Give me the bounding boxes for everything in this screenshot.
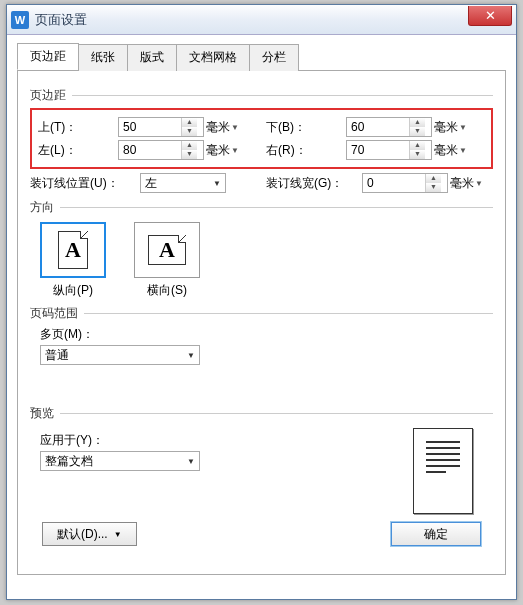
margin-top-input[interactable]: ▲▼ [118,117,204,137]
gutter-width-label: 装订线宽(G)： [266,175,362,192]
margins-section-label: 页边距 [30,87,493,104]
spin-up-icon[interactable]: ▲ [182,141,197,150]
tab-columns[interactable]: 分栏 [249,44,299,71]
landscape-icon: A [148,235,186,265]
gutter-pos-value: 左 [145,175,157,192]
margin-left-unit[interactable]: 毫米▼ [206,142,246,159]
spin-down-icon[interactable]: ▼ [410,150,425,159]
margin-top-unit[interactable]: 毫米▼ [206,119,246,136]
dialog-footer: 默认(D)...▼ 确定 [30,514,493,546]
orientation-group: A 纵向(P) A 横向(S) [40,222,493,299]
margin-bottom-field[interactable] [347,118,409,136]
margin-right-unit[interactable]: 毫米▼ [434,142,474,159]
orientation-section-label: 方向 [30,199,493,216]
tab-layout[interactable]: 版式 [127,44,177,71]
spin-down-icon[interactable]: ▼ [426,183,441,192]
client-area: 页边距 纸张 版式 文档网格 分栏 页边距 上(T)： ▲▼ 毫米▼ 下(B)： [7,35,516,585]
window-title: 页面设置 [35,11,87,29]
default-button[interactable]: 默认(D)...▼ [42,522,137,546]
close-button[interactable]: ✕ [468,6,512,26]
tab-margins[interactable]: 页边距 [17,43,79,70]
margin-bottom-label: 下(B)： [266,119,346,136]
multipage-combo[interactable]: 普通▼ [40,345,200,365]
portrait-icon: A [58,231,88,269]
margin-right-input[interactable]: ▲▼ [346,140,432,160]
spin-down-icon[interactable]: ▼ [410,127,425,136]
margin-left-input[interactable]: ▲▼ [118,140,204,160]
portrait-label: 纵向(P) [40,282,106,299]
apply-to-label: 应用于(Y)： [40,432,200,449]
spin-down-icon[interactable]: ▼ [182,127,197,136]
ok-button[interactable]: 确定 [391,522,481,546]
gutter-pos-combo[interactable]: 左▼ [140,173,226,193]
orientation-portrait[interactable]: A 纵向(P) [40,222,106,299]
spin-up-icon[interactable]: ▲ [182,118,197,127]
margins-highlight-box: 上(T)： ▲▼ 毫米▼ 下(B)： ▲▼ 毫米▼ 左(L)： [30,108,493,169]
gutter-pos-label: 装订线位置(U)： [30,175,140,192]
orientation-landscape[interactable]: A 横向(S) [134,222,200,299]
gutter-width-unit[interactable]: 毫米▼ [450,175,490,192]
page-setup-window: W 页面设置 ✕ 页边距 纸张 版式 文档网格 分栏 页边距 上(T)： ▲▼ … [6,4,517,600]
margin-top-label: 上(T)： [38,119,118,136]
spin-up-icon[interactable]: ▲ [410,141,425,150]
apply-to-value: 整篇文档 [45,453,93,470]
margin-left-field[interactable] [119,141,181,159]
gutter-width-field[interactable] [363,174,425,192]
tab-strip: 页边距 纸张 版式 文档网格 分栏 [17,43,506,71]
landscape-box[interactable]: A [134,222,200,278]
chevron-down-icon: ▼ [213,179,221,188]
titlebar[interactable]: W 页面设置 ✕ [7,5,516,35]
margin-bottom-unit[interactable]: 毫米▼ [434,119,474,136]
portrait-box[interactable]: A [40,222,106,278]
margin-right-field[interactable] [347,141,409,159]
chevron-down-icon: ▼ [187,457,195,466]
multipage-value: 普通 [45,347,69,364]
app-icon: W [11,11,29,29]
margin-top-field[interactable] [119,118,181,136]
landscape-label: 横向(S) [134,282,200,299]
apply-to-combo[interactable]: 整篇文档▼ [40,451,200,471]
margin-right-label: 右(R)： [266,142,346,159]
page-range-section-label: 页码范围 [30,305,493,322]
tab-docgrid[interactable]: 文档网格 [176,44,250,71]
spin-down-icon[interactable]: ▼ [182,150,197,159]
preview-section-label: 预览 [30,405,493,422]
margin-left-label: 左(L)： [38,142,118,159]
margin-bottom-input[interactable]: ▲▼ [346,117,432,137]
tab-paper[interactable]: 纸张 [78,44,128,71]
chevron-down-icon: ▼ [114,530,122,539]
preview-thumbnail [413,428,473,514]
chevron-down-icon: ▼ [187,351,195,360]
gutter-width-input[interactable]: ▲▼ [362,173,448,193]
spin-up-icon[interactable]: ▲ [426,174,441,183]
spin-up-icon[interactable]: ▲ [410,118,425,127]
tabpanel-margins: 页边距 上(T)： ▲▼ 毫米▼ 下(B)： ▲▼ 毫米▼ [17,71,506,575]
multipage-label: 多页(M)： [40,326,493,343]
